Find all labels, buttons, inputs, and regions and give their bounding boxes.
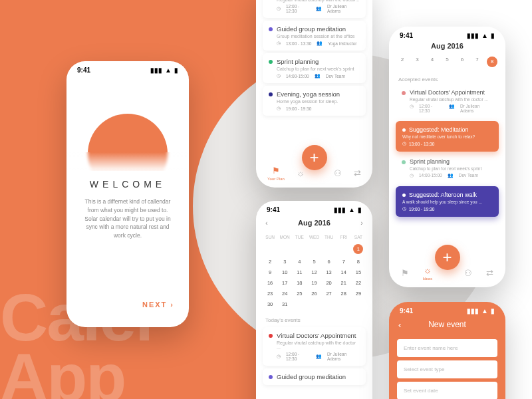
calendar-day [336, 299, 351, 309]
calendar-day[interactable]: 10 [277, 267, 292, 277]
tab-ideas[interactable]: ☼Ideas [423, 265, 433, 281]
suggested-card-walk[interactable]: Suggested: Afteroon walk A walk should h… [396, 186, 499, 217]
calendar-day[interactable]: 19 [307, 277, 321, 288]
calendar-day[interactable]: 7 [336, 256, 351, 267]
week-day[interactable]: 5 [442, 57, 453, 67]
signal-icon: ▮▮▮ [150, 66, 162, 74]
accepted-events-label: Accepted events [389, 72, 505, 84]
next-button[interactable]: NEXT › [142, 301, 174, 309]
tab-your-plan[interactable]: ⚑ [401, 268, 409, 278]
event-color-dot [269, 375, 273, 379]
event-title: Evening, yoga session [277, 90, 360, 98]
event-card[interactable]: Sprint planning Catchup to plan for next… [263, 53, 366, 83]
week-day[interactable]: 6 [457, 57, 467, 67]
tab-bar: ⚑Your Plan ☼ + ⚇ ⇄ [256, 158, 372, 188]
dot-icon [402, 128, 406, 132]
calendar-day[interactable]: 14 [336, 267, 351, 277]
new-event-field[interactable]: Select event type [397, 360, 497, 378]
clock-icon: ◷ [410, 173, 414, 178]
event-meta: ◷14:00-15:00👥Dev Team [410, 173, 493, 178]
flag-icon: ⚑ [401, 268, 409, 278]
tab-swap[interactable]: ⇄ [354, 168, 361, 178]
event-card[interactable]: Virtual Doctors' Appointment Regular vir… [263, 327, 366, 366]
event-color-dot [269, 27, 273, 31]
battery-icon: ▮ [174, 66, 178, 74]
person-icon: ⚇ [464, 268, 472, 278]
calendar-day[interactable]: 26 [307, 288, 321, 299]
calendar-day[interactable]: 4 [292, 256, 307, 267]
calendar-day[interactable]: 27 [322, 288, 336, 299]
status-icons: ▮▮▮▲▮ [150, 66, 178, 74]
flag-icon: ⚑ [272, 166, 280, 176]
person-icon: ⚇ [334, 168, 342, 178]
calendar-day[interactable]: 23 [263, 288, 277, 299]
calendar-day[interactable]: 12 [307, 267, 321, 277]
event-color-dot [269, 60, 273, 64]
new-event-field[interactable]: Set event date [397, 382, 497, 399]
event-card[interactable]: Guided group meditation Group meditation… [263, 21, 366, 51]
event-subtitle: Regular virutal catchup with the doctor … [410, 97, 493, 102]
calendar-day[interactable]: 31 [277, 299, 292, 309]
calendar-day[interactable]: 24 [277, 288, 292, 299]
tab-your-plan[interactable]: ⚑Your Plan [267, 166, 285, 181]
event-meta: ◷19:00 - 19:30 [277, 106, 360, 111]
tab-profile[interactable]: ⚇ [464, 268, 472, 278]
tab-swap[interactable]: ⇄ [486, 268, 493, 278]
clock-icon: ◷ [277, 354, 281, 359]
calendar-day[interactable]: 13 [322, 267, 336, 277]
welcome-body-text: This is a differnet kind of callendar fr… [81, 198, 174, 240]
clock-icon: ◷ [277, 73, 281, 78]
calendar-day[interactable]: 5 [307, 256, 321, 267]
calendar-day[interactable]: 11 [292, 267, 307, 277]
people-icon: 👥 [448, 173, 454, 178]
calendar-day[interactable]: 29 [351, 288, 366, 299]
event-card[interactable]: Evening, yoga session Home yoga session … [263, 86, 366, 116]
calendar-day [277, 241, 292, 256]
calendar-day[interactable]: 3 [277, 256, 292, 267]
week-day[interactable]: 8 [487, 57, 497, 67]
calendar-day[interactable]: 20 [322, 277, 336, 288]
calendar-day[interactable]: 15 [351, 267, 366, 277]
wifi-icon: ▲ [348, 206, 355, 213]
calendar-dow: FRI [336, 232, 351, 241]
calendar-day[interactable]: 18 [292, 277, 307, 288]
back-button[interactable]: ‹ [398, 320, 401, 330]
event-card[interactable]: Sprint planning Catchup to plan for next… [396, 154, 499, 182]
suggested-card-meditation[interactable]: Suggested: Meditation Why not meditate o… [396, 121, 499, 152]
week-strip: 2345678 [389, 54, 505, 72]
calendar-day[interactable]: 1 [351, 241, 366, 256]
clock-icon: ◷ [277, 41, 281, 46]
today-events-label: Today's events [256, 313, 372, 325]
week-day[interactable]: 2 [397, 57, 408, 67]
event-card[interactable]: Guided group meditation [263, 368, 366, 385]
clock-icon: ◷ [402, 141, 406, 146]
battery-icon: ▮ [491, 32, 495, 39]
calendar-day[interactable]: 22 [351, 277, 366, 288]
calendar-grid: SUNMONTUEWEDTHUFRISAT1234567891011121314… [256, 231, 372, 313]
calendar-day[interactable]: 9 [263, 267, 277, 277]
calendar-day[interactable]: 30 [263, 299, 277, 309]
new-event-field[interactable]: Enter event name here [397, 339, 497, 357]
calendar-day[interactable]: 2 [263, 256, 277, 267]
next-month-button[interactable]: › [360, 219, 363, 227]
calendar-day[interactable]: 8 [351, 256, 366, 267]
signal-icon: ▮▮▮ [467, 307, 479, 315]
week-day[interactable]: 3 [412, 57, 423, 67]
prev-month-button[interactable]: ‹ [265, 219, 268, 227]
tab-ideas[interactable]: ☼ [297, 168, 305, 178]
week-day[interactable]: 7 [472, 57, 483, 67]
calendar-day[interactable]: 21 [336, 277, 351, 288]
calendar-dow: SAT [351, 232, 366, 241]
tab-profile[interactable]: ⚇ [334, 168, 342, 178]
calendar-day[interactable]: 6 [322, 256, 336, 267]
calendar-day[interactable]: 28 [336, 288, 351, 299]
event-card[interactable]: Virtual Doctors' Appointment Regular vir… [263, 0, 366, 18]
week-day[interactable]: 4 [427, 57, 438, 67]
calendar-day [322, 299, 336, 309]
event-meta: ◷14:00-15:00👥Dev Team [277, 73, 360, 78]
event-card[interactable]: Virtual Doctors' Appointment Regular vir… [396, 85, 499, 117]
calendar-day[interactable]: 17 [277, 277, 292, 288]
calendar-day[interactable]: 16 [263, 277, 277, 288]
wifi-icon: ▲ [165, 66, 172, 74]
calendar-day[interactable]: 25 [292, 288, 307, 299]
